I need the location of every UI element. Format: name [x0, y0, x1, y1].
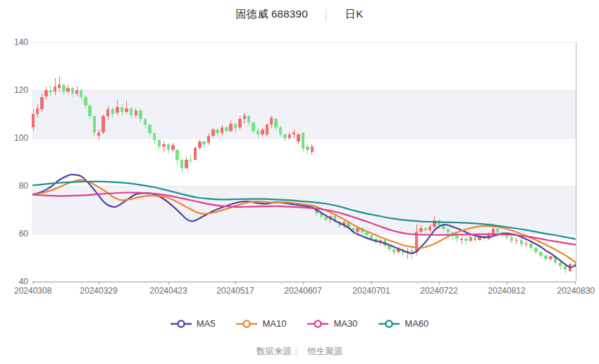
y-axis-label: 140 [14, 37, 28, 47]
candle-body [58, 84, 61, 88]
candle-body [144, 119, 147, 125]
data-source: 数据来源：恒生聚源 [0, 346, 599, 358]
y-axis-label: 80 [19, 181, 29, 191]
legend-item-ma30[interactable]: MA30 [307, 318, 357, 329]
candle-body [49, 90, 52, 92]
candle-body [283, 134, 286, 138]
candle-body [474, 237, 476, 239]
candle-body [442, 225, 445, 229]
data-source-label: 数据来源： [257, 346, 301, 356]
candle-body [171, 145, 174, 150]
candle-body [247, 116, 250, 123]
candle-body [428, 227, 431, 230]
candle-body [32, 114, 35, 127]
x-axis-label: 20240423 [149, 286, 187, 296]
candle-body [225, 127, 228, 131]
candle-body [270, 118, 273, 125]
candle-body [88, 106, 91, 116]
candle-body [194, 148, 197, 160]
candle-body [505, 235, 508, 237]
candle-body [469, 237, 472, 241]
x-axis: 2024030820240329202404232024051720240607… [14, 42, 595, 296]
candle-body [211, 130, 214, 136]
candle-body [574, 264, 576, 265]
candle-body [229, 124, 232, 131]
candle-body [520, 240, 523, 245]
candle-body [238, 119, 241, 127]
candle-body [424, 228, 427, 230]
candle-body [266, 125, 268, 134]
candle-body [510, 237, 513, 241]
x-axis-label: 20240607 [284, 286, 322, 296]
candle-body [121, 107, 123, 112]
candle-body [36, 108, 39, 115]
candle-body [62, 85, 65, 92]
y-axis-label: 100 [14, 133, 28, 143]
candle-body [175, 150, 178, 160]
candle-body [84, 97, 87, 106]
candle-body [71, 88, 74, 94]
ma5-legend-marker-icon [171, 319, 192, 329]
legend-label: MA10 [262, 318, 286, 329]
candle-body [234, 124, 237, 129]
data-source-value: 恒生聚源 [307, 346, 342, 356]
candle-body [216, 130, 218, 133]
candle-body [306, 146, 309, 150]
candle-body [93, 116, 96, 132]
candle-body [464, 239, 467, 241]
candle-body [292, 132, 295, 134]
candle-body [564, 266, 567, 270]
candle-body [460, 239, 463, 240]
candle-body [44, 90, 47, 96]
legend-label: MA60 [405, 318, 428, 329]
candle-body [101, 116, 104, 132]
candle-body [515, 240, 518, 241]
legend-item-ma60[interactable]: MA60 [378, 318, 428, 329]
candle-body [125, 108, 128, 112]
candle-body [365, 232, 368, 234]
candle-body [288, 134, 291, 138]
ma10-legend-marker-icon [236, 319, 257, 329]
x-axis-label: 20240722 [420, 286, 458, 296]
candle-body [455, 236, 458, 238]
legend-item-ma10[interactable]: MA10 [236, 318, 286, 329]
candle-body [153, 133, 156, 140]
legend-item-ma5[interactable]: MA5 [171, 318, 216, 329]
ma60-legend-marker-icon [378, 319, 400, 329]
x-axis-label: 20240329 [80, 286, 118, 296]
candle-body [75, 90, 78, 94]
candle-body [207, 136, 210, 143]
candle-body [311, 146, 314, 153]
candle-body [189, 160, 192, 161]
ma30-legend-marker-icon [307, 319, 328, 329]
candle-body [167, 144, 170, 151]
candle-body [135, 111, 137, 115]
candle-body [324, 217, 327, 219]
candle-body [525, 244, 528, 245]
ma-legend: MA5MA10MA30MA60 [0, 318, 599, 329]
candle-body [198, 142, 201, 148]
x-axis-label: 20240701 [352, 286, 390, 296]
candle-body [106, 109, 109, 116]
kline-chart[interactable]: 1401201008060402024030820240329202404232… [0, 0, 599, 310]
candle-body [447, 229, 450, 232]
x-axis-label: 20240308 [14, 286, 52, 296]
candle-body [534, 248, 537, 251]
candle-body [410, 251, 413, 252]
candle-body [130, 108, 132, 115]
candle-body [279, 127, 282, 134]
kline-chart-page: 固德威 688390 │ 日K 140120100806040202403082… [0, 0, 599, 364]
candle-body [97, 132, 100, 136]
candle-body [419, 228, 422, 232]
candle-body [202, 142, 205, 144]
candle-body [539, 252, 542, 256]
candle-body [40, 97, 43, 109]
legend-label: MA5 [197, 318, 216, 329]
candle-body [111, 109, 114, 114]
x-axis-label: 20240830 [557, 286, 595, 296]
y-axis-label: 60 [19, 229, 29, 239]
candle-body [80, 90, 82, 97]
candle-body [370, 235, 373, 239]
candle-body [549, 256, 552, 258]
candle-body [221, 127, 223, 134]
